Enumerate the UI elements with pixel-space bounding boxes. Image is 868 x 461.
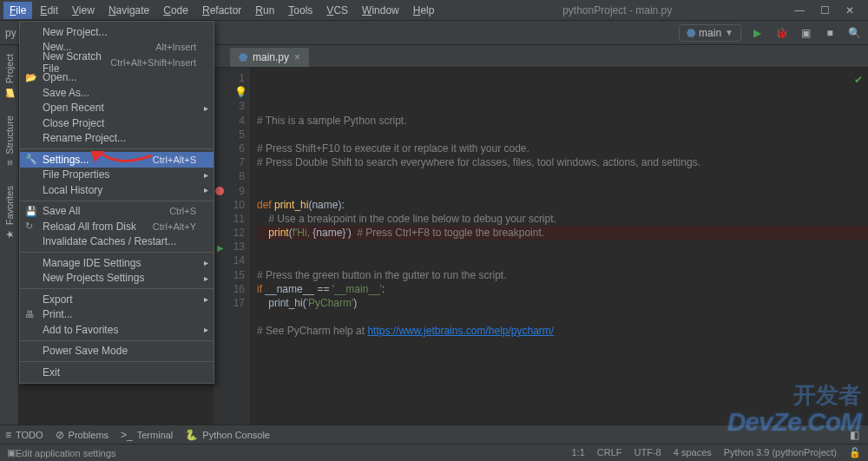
side-tab-project[interactable]: 📁Project bbox=[1, 45, 18, 107]
status-position[interactable]: 1:1 bbox=[572, 447, 585, 458]
event-log-button[interactable]: ◧ bbox=[845, 426, 863, 444]
menu-item-open-recent[interactable]: Open Recent▸ bbox=[20, 101, 214, 116]
menu-item-file-properties[interactable]: File Properties▸ bbox=[20, 168, 214, 183]
menubar-run[interactable]: Run bbox=[249, 2, 280, 19]
side-tab-structure[interactable]: ≡Structure bbox=[2, 107, 17, 177]
bottom-tab-python-console[interactable]: 🐍Python Console bbox=[185, 429, 270, 441]
menu-item-open[interactable]: 📂Open... bbox=[20, 70, 214, 86]
editor-tab-label: main.py bbox=[253, 51, 289, 63]
bottom-tool-tabs: ≡TODO⊘Problems>_Terminal🐍Python Console … bbox=[0, 425, 868, 444]
run-button[interactable]: ▶ bbox=[748, 24, 766, 42]
menu-item-invalidate-caches-restart[interactable]: Invalidate Caches / Restart... bbox=[20, 234, 214, 250]
menu-item-new-projects-settings[interactable]: New Projects Settings▸ bbox=[20, 271, 214, 286]
maximize-icon[interactable]: ☐ bbox=[820, 4, 830, 16]
run-config-selector[interactable]: ⬣ main ▼ bbox=[679, 24, 741, 42]
bottom-tab-terminal[interactable]: >_Terminal bbox=[121, 429, 173, 441]
stop-button[interactable]: ■ bbox=[821, 24, 838, 42]
bottom-tab-todo[interactable]: ≡TODO bbox=[5, 429, 43, 441]
menubar-edit[interactable]: Edit bbox=[34, 2, 64, 19]
breadcrumb[interactable]: py bbox=[5, 27, 16, 39]
menu-item-new-project[interactable]: New Project... bbox=[20, 24, 214, 40]
status-message: Edit application settings bbox=[16, 448, 116, 458]
left-tool-sidebar: 📁Project≡Structure★Favorites bbox=[0, 45, 19, 425]
minimize-icon[interactable]: — bbox=[794, 4, 805, 16]
menubar-help[interactable]: Help bbox=[407, 2, 441, 19]
editor-tab-main[interactable]: ⬣ main.py × bbox=[230, 48, 309, 67]
file-menu-popup: New Project...New...Alt+InsertNew Scratc… bbox=[19, 21, 214, 384]
menubar-view[interactable]: View bbox=[66, 2, 101, 19]
python-icon: ⬣ bbox=[687, 27, 695, 39]
window-controls: — ☐ ✕ bbox=[794, 4, 865, 16]
run-with-coverage-button[interactable]: ▣ bbox=[797, 24, 814, 42]
menu-item-export[interactable]: Export▸ bbox=[20, 292, 214, 307]
run-config-name: main bbox=[699, 27, 721, 39]
readonly-lock-icon[interactable]: 🔓 bbox=[849, 447, 861, 458]
menu-item-new-scratch-file[interactable]: New Scratch FileCtrl+Alt+Shift+Insert bbox=[20, 55, 214, 70]
menu-item-power-save-mode[interactable]: Power Save Mode bbox=[20, 344, 214, 359]
inspection-check-icon[interactable]: ✔ bbox=[854, 73, 863, 87]
menubar-file[interactable]: File bbox=[3, 2, 32, 19]
status-encoding[interactable]: UTF-8 bbox=[635, 447, 661, 458]
menu-item-save-all[interactable]: 💾Save AllCtrl+S bbox=[20, 204, 214, 220]
menubar-code[interactable]: Code bbox=[157, 2, 194, 19]
menu-item-settings[interactable]: 🔧Settings...Ctrl+Alt+S bbox=[20, 152, 214, 168]
menu-item-save-as[interactable]: Save As... bbox=[20, 85, 214, 101]
code-content[interactable]: ✔ # This is a sample Python script.# Pre… bbox=[250, 68, 868, 425]
menubar-tools[interactable]: Tools bbox=[282, 2, 319, 19]
debug-button[interactable]: 🐞 bbox=[773, 24, 790, 42]
menu-item-reload-all-from-disk[interactable]: ↻Reload All from DiskCtrl+Alt+Y bbox=[20, 219, 214, 234]
menu-item-local-history[interactable]: Local History▸ bbox=[20, 182, 214, 198]
status-indent[interactable]: 4 spaces bbox=[674, 447, 712, 458]
bottom-tab-problems[interactable]: ⊘Problems bbox=[56, 429, 108, 441]
menu-bar: FileEditViewNavigateCodeRefactorRunTools… bbox=[3, 2, 440, 19]
status-interpreter[interactable]: Python 3.9 (pythonProject) bbox=[724, 447, 837, 458]
menubar-refactor[interactable]: Refactor bbox=[196, 2, 247, 19]
status-line-sep[interactable]: CRLF bbox=[597, 447, 622, 458]
side-tab-favorites[interactable]: ★Favorites bbox=[2, 177, 17, 248]
gutter[interactable]: 12💡345678910111213▶14151617 bbox=[214, 68, 250, 425]
menu-item-print[interactable]: 🖶Print... bbox=[20, 307, 214, 323]
close-icon[interactable]: ✕ bbox=[845, 4, 854, 16]
menu-item-exit[interactable]: Exit bbox=[20, 365, 214, 380]
python-file-icon: ⬣ bbox=[239, 51, 247, 63]
menu-item-close-project[interactable]: Close Project bbox=[20, 115, 214, 131]
close-tab-icon[interactable]: × bbox=[294, 51, 300, 63]
title-bar: FileEditViewNavigateCodeRefactorRunTools… bbox=[0, 0, 868, 21]
menu-item-manage-ide-settings[interactable]: Manage IDE Settings▸ bbox=[20, 255, 214, 271]
status-bar: ▣ Edit application settings 1:1 CRLF UTF… bbox=[0, 444, 868, 461]
menubar-navigate[interactable]: Navigate bbox=[102, 2, 155, 19]
tool-window-toggle-icon[interactable]: ▣ bbox=[7, 447, 16, 458]
menubar-vcs[interactable]: VCS bbox=[320, 2, 354, 19]
menu-item-add-to-favorites[interactable]: Add to Favorites▸ bbox=[20, 322, 214, 338]
search-everywhere-button[interactable]: 🔍 bbox=[845, 24, 863, 42]
chevron-down-icon: ▼ bbox=[725, 28, 733, 37]
window-title: pythonProject - main.py bbox=[440, 4, 794, 16]
menubar-window[interactable]: Window bbox=[356, 2, 405, 19]
menu-item-rename-project[interactable]: Rename Project... bbox=[20, 131, 214, 147]
